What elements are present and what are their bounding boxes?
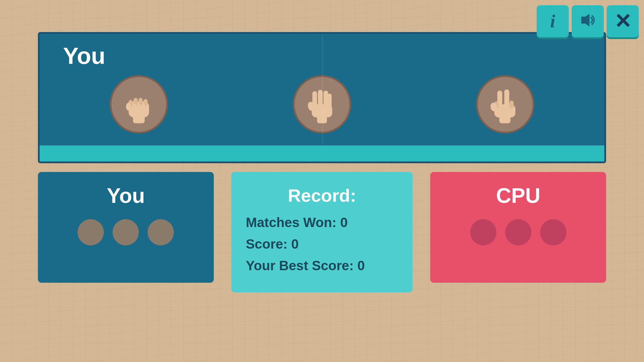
scissors-button[interactable] <box>476 75 534 133</box>
cpu-dot-2 <box>505 219 531 245</box>
cpu-dot-1 <box>470 219 496 245</box>
svg-rect-17 <box>328 94 332 108</box>
teal-bar <box>40 145 604 161</box>
choices-container <box>63 75 581 133</box>
svg-point-7 <box>126 103 132 111</box>
svg-marker-0 <box>581 14 589 27</box>
top-buttons-group: i ✕ <box>537 5 639 37</box>
svg-rect-15 <box>318 90 323 107</box>
cpu-score-card: CPU <box>430 172 606 283</box>
svg-rect-4 <box>134 98 138 104</box>
you-label: You <box>63 43 105 69</box>
info-button[interactable]: i <box>537 5 569 37</box>
rock-button[interactable] <box>110 75 168 133</box>
you-dot-3 <box>148 219 174 245</box>
scissors-icon <box>488 84 523 125</box>
info-icon: i <box>550 12 555 31</box>
cpu-dot-3 <box>540 219 566 245</box>
game-board: You <box>38 32 606 163</box>
you-card-title: You <box>107 184 145 208</box>
record-card: Record: Matches Won: 0 Score: 0 Your Bes… <box>231 172 413 292</box>
cpu-score-dots <box>470 219 566 245</box>
game-board-inner: You <box>40 34 604 145</box>
close-icon: ✕ <box>614 11 631 31</box>
you-score-dots <box>78 219 174 245</box>
paper-icon <box>304 84 340 125</box>
close-button[interactable]: ✕ <box>607 5 639 37</box>
svg-rect-23 <box>510 101 514 109</box>
sound-icon <box>579 11 596 31</box>
you-dot-2 <box>113 219 139 245</box>
score: Score: 0 <box>246 236 398 252</box>
paper-button[interactable] <box>293 75 351 133</box>
rock-icon <box>121 84 156 125</box>
record-title: Record: <box>246 185 398 206</box>
svg-rect-22 <box>504 89 509 108</box>
svg-rect-16 <box>323 91 328 107</box>
sound-button[interactable] <box>572 5 604 37</box>
matches-won: Matches Won: 0 <box>246 215 398 230</box>
best-score: Your Best Score: 0 <box>246 258 398 273</box>
bottom-section: You Record: Matches Won: 0 Score: 0 Your… <box>38 172 606 292</box>
you-score-card: You <box>38 172 214 283</box>
you-dot-1 <box>78 219 104 245</box>
svg-rect-5 <box>139 98 143 104</box>
cpu-card-title: CPU <box>496 184 540 208</box>
